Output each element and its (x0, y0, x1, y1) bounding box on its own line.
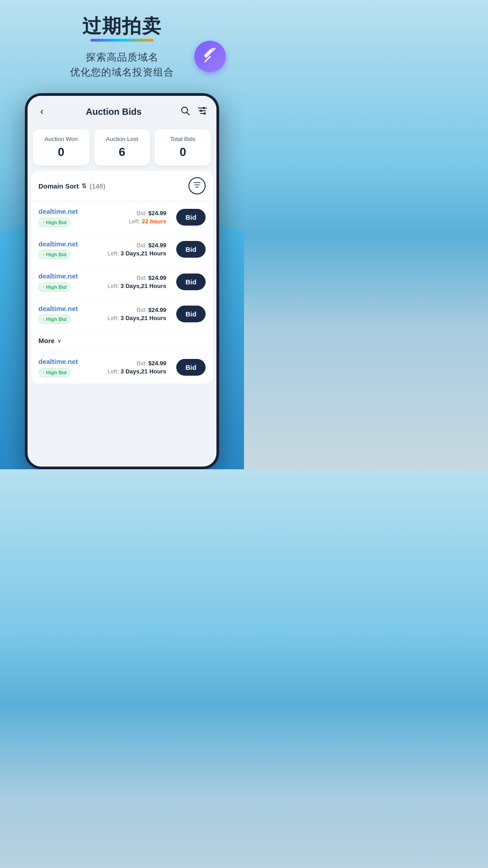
stat-auction-won-label: Auction Won (38, 136, 84, 142)
domain-row: dealtime.net ↑ High Bid Bid: $24.99 Left… (31, 298, 213, 331)
stat-total-bids-label: Total Bids (160, 136, 206, 142)
arrow-up-icon: ↑ (42, 370, 45, 375)
bid-button[interactable]: Bid (176, 359, 206, 376)
hammer-icon-container (194, 41, 226, 72)
header-icons (180, 106, 207, 118)
phone-screen: ‹ Auction Bids (28, 96, 216, 467)
bid-amount: Bid: $24.99 (105, 242, 167, 249)
domain-name[interactable]: dealtime.net (38, 240, 100, 248)
domain-row: dealtime.net ↑ High Bid Bid: $24.99 Left… (31, 201, 213, 234)
stat-auction-won: Auction Won 0 (33, 129, 89, 165)
domain-info: dealtime.net ↑ High Bid (38, 358, 100, 377)
domain-info: dealtime.net ↑ High Bid (38, 240, 100, 259)
bid-details: Bid: $24.99 Left: 3 Days,21 Hours (105, 274, 171, 289)
stat-auction-won-value: 0 (38, 145, 84, 159)
domain-info: dealtime.net ↑ High Bid (38, 272, 100, 292)
filter-menu-icon[interactable] (197, 106, 207, 118)
svg-point-8 (202, 107, 205, 109)
filter-icon (193, 181, 201, 191)
top-banner: 过期拍卖 探索高品质域名 优化您的域名投资组合 (0, 0, 244, 84)
hammer-icon (202, 48, 219, 65)
domain-name[interactable]: dealtime.net (38, 272, 100, 280)
domain-info: dealtime.net ↑ High Bid (38, 305, 100, 324)
time-left: Left: 3 Days,21 Hours (105, 283, 167, 289)
domain-row: dealtime.net ↑ High Bid Bid: $24.99 Left… (31, 266, 213, 298)
domain-sort-label: Domain Sort ⇅ (148) (38, 182, 105, 190)
arrow-up-icon: ↑ (42, 252, 45, 257)
bid-details: Bid: $24.99 Left: 3 Days,21 Hours (105, 360, 171, 375)
domain-info: dealtime.net ↑ High Bid (38, 208, 100, 227)
domain-row: dealtime.net ↑ High Bid Bid: $24.99 Left… (31, 234, 213, 266)
app-title: 过期拍卖 (82, 14, 162, 39)
bid-details: Bid: $24.99 Left: 3 Days,21 Hours (105, 242, 171, 257)
high-bid-badge: ↑ High Bid (38, 368, 70, 377)
bid-amount: Bid: $24.99 (105, 307, 167, 313)
high-bid-badge: ↑ High Bid (38, 250, 70, 259)
time-left: Left: 3 Days,21 Hours (105, 250, 167, 257)
arrow-up-icon: ↑ (42, 317, 45, 322)
title-underline (90, 39, 154, 42)
time-left: Left: 22 hours (105, 218, 167, 225)
bid-amount: Bid: $24.99 (105, 210, 167, 217)
stat-auction-lost-label: Auction Lost (99, 136, 145, 142)
search-icon[interactable] (180, 106, 190, 118)
domain-list-section: Domain Sort ⇅ (148) (31, 171, 213, 384)
more-label: More (38, 337, 55, 344)
high-bid-badge: ↑ High Bid (38, 315, 70, 324)
chevron-down-icon: ∨ (57, 338, 61, 344)
filter-button[interactable] (188, 177, 206, 194)
sort-icon[interactable]: ⇅ (81, 182, 87, 189)
bid-details: Bid: $24.99 Left: 3 Days,21 Hours (105, 307, 171, 321)
header-title: Auction Bids (86, 107, 141, 117)
domain-name[interactable]: dealtime.net (38, 305, 100, 312)
bid-amount: Bid: $24.99 (105, 360, 167, 367)
bid-button[interactable]: Bid (176, 274, 206, 290)
svg-point-10 (203, 112, 206, 114)
bid-button[interactable]: Bid (176, 241, 206, 258)
svg-line-4 (187, 112, 189, 115)
arrow-up-icon: ↑ (42, 284, 45, 289)
domain-row: dealtime.net ↑ High Bid Bid: $24.99 Left… (31, 351, 213, 384)
time-left: Left: 3 Days,21 Hours (105, 315, 167, 321)
stat-total-bids-value: 0 (160, 145, 206, 159)
more-row[interactable]: More ∨ (31, 330, 213, 351)
stat-auction-lost-value: 6 (99, 145, 145, 159)
time-left: Left: 3 Days,21 Hours (105, 368, 167, 375)
domain-name[interactable]: dealtime.net (38, 358, 100, 365)
stat-auction-lost: Auction Lost 6 (94, 129, 150, 165)
app-header: ‹ Auction Bids (28, 96, 216, 125)
bid-details: Bid: $24.99 Left: 22 hours (105, 210, 171, 225)
bid-amount: Bid: $24.99 (105, 274, 167, 281)
stat-total-bids: Total Bids 0 (155, 129, 211, 165)
back-button[interactable]: ‹ (37, 104, 47, 119)
svg-point-9 (200, 109, 202, 112)
domain-name[interactable]: dealtime.net (38, 208, 100, 215)
domain-sort-bar: Domain Sort ⇅ (148) (31, 171, 213, 201)
bid-button[interactable]: Bid (176, 209, 206, 226)
domain-count: (148) (89, 182, 105, 190)
high-bid-badge: ↑ High Bid (38, 218, 70, 227)
arrow-up-icon: ↑ (42, 220, 45, 225)
stats-row: Auction Won 0 Auction Lost 6 Total Bids … (28, 125, 216, 171)
bid-button[interactable]: Bid (176, 306, 206, 322)
high-bid-badge: ↑ High Bid (38, 283, 70, 292)
phone-mockup: ‹ Auction Bids (25, 93, 219, 469)
